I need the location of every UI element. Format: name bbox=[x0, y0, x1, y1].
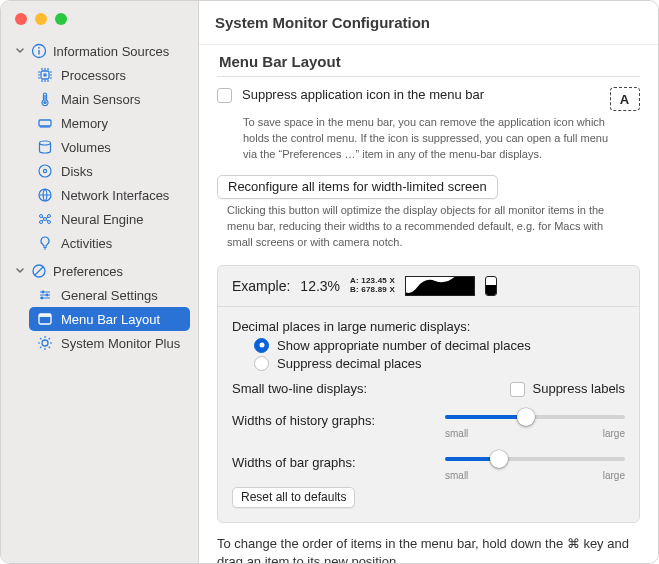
slider-min-label: small bbox=[445, 428, 468, 439]
sidebar-item[interactable]: Activities bbox=[29, 231, 190, 255]
svg-point-5 bbox=[43, 101, 46, 104]
svg-rect-4 bbox=[44, 74, 47, 77]
sidebar-item-icon bbox=[37, 187, 53, 203]
decimal-places-option-label: Show appropriate number of decimal place… bbox=[277, 338, 531, 353]
decimal-places-label: Decimal places in large numeric displays… bbox=[232, 319, 625, 334]
example-bar-graph bbox=[485, 276, 497, 296]
sidebar-item-icon bbox=[37, 139, 53, 155]
sidebar-item-icon bbox=[37, 287, 53, 303]
bar-width-label: Widths of bar graphs: bbox=[232, 455, 356, 470]
svg-rect-2 bbox=[38, 47, 39, 49]
example-percent: 12.3% bbox=[300, 278, 340, 294]
sidebar-item[interactable]: Menu Bar Layout bbox=[29, 307, 190, 331]
group-icon bbox=[31, 263, 47, 279]
sidebar-group-header[interactable]: Preferences bbox=[9, 259, 190, 283]
history-width-slider[interactable] bbox=[445, 407, 625, 427]
sidebar-item[interactable]: Processors bbox=[29, 63, 190, 87]
sidebar-item[interactable]: General Settings bbox=[29, 283, 190, 307]
sidebar: Information SourcesProcessorsMain Sensor… bbox=[1, 1, 199, 563]
reset-defaults-button[interactable]: Reset all to defaults bbox=[232, 487, 355, 508]
sidebar-group-label: Preferences bbox=[53, 264, 184, 279]
reconfigure-help: Clicking this button will optimize the d… bbox=[227, 203, 607, 251]
sidebar-item-label: Activities bbox=[61, 236, 182, 251]
sidebar-item-label: Main Sensors bbox=[61, 92, 182, 107]
reconfigure-button[interactable]: Reconfigure all items for width-limited … bbox=[217, 175, 498, 199]
sidebar-item-icon bbox=[37, 235, 53, 251]
sidebar-item-icon bbox=[37, 91, 53, 107]
sidebar-item[interactable]: Volumes bbox=[29, 135, 190, 159]
svg-rect-6 bbox=[44, 95, 45, 101]
sidebar-item-icon bbox=[37, 311, 53, 327]
sidebar-item-label: Disks bbox=[61, 164, 182, 179]
slider-max-label: large bbox=[603, 428, 625, 439]
svg-rect-1 bbox=[38, 50, 39, 55]
sidebar-item-label: Neural Engine bbox=[61, 212, 182, 227]
suppress-icon-help: To save space in the menu bar, you can r… bbox=[243, 115, 623, 163]
example-row: Example: 12.3% A: 123.45 X B: 678.89 X bbox=[232, 276, 625, 302]
example-label: Example: bbox=[232, 278, 290, 294]
slider-min-label: small bbox=[445, 470, 468, 481]
sidebar-item-label: Menu Bar Layout bbox=[61, 312, 182, 327]
content-pane: System Monitor Configuration Menu Bar La… bbox=[199, 1, 658, 563]
group-icon bbox=[31, 43, 47, 59]
sidebar-group-label: Information Sources bbox=[53, 44, 184, 59]
command-key-glyph: ⌘ bbox=[567, 536, 580, 551]
sidebar-item-label: Network Interfaces bbox=[61, 188, 182, 203]
sidebar-item-label: Volumes bbox=[61, 140, 182, 155]
bar-width-slider[interactable] bbox=[445, 449, 625, 469]
example-history-graph bbox=[405, 276, 475, 296]
sidebar-item-icon bbox=[37, 67, 53, 83]
window-title: System Monitor Configuration bbox=[199, 1, 658, 45]
svg-point-10 bbox=[43, 169, 46, 172]
twoline-label: Small two-line displays: bbox=[232, 381, 367, 396]
svg-point-19 bbox=[46, 294, 49, 297]
suppress-labels-label: Suppress labels bbox=[533, 381, 626, 396]
sidebar-item-label: Processors bbox=[61, 68, 182, 83]
minimize-window-button[interactable] bbox=[35, 13, 47, 25]
svg-point-8 bbox=[40, 141, 51, 145]
close-window-button[interactable] bbox=[15, 13, 27, 25]
zoom-window-button[interactable] bbox=[55, 13, 67, 25]
sidebar-item-icon bbox=[37, 335, 53, 351]
decimal-places-radio[interactable] bbox=[254, 356, 269, 371]
sidebar-item[interactable]: System Monitor Plus bbox=[29, 331, 190, 355]
sidebar-item-icon bbox=[37, 211, 53, 227]
section-title: Menu Bar Layout bbox=[217, 51, 640, 76]
sidebar-item-label: Memory bbox=[61, 116, 182, 131]
sidebar-item-icon bbox=[37, 163, 53, 179]
sidebar-item[interactable]: Network Interfaces bbox=[29, 183, 190, 207]
sidebar-item-label: General Settings bbox=[61, 288, 182, 303]
reorder-hint: To change the order of items in the menu… bbox=[217, 535, 640, 563]
slider-max-label: large bbox=[603, 470, 625, 481]
chevron-down-icon bbox=[15, 46, 25, 56]
sidebar-item[interactable]: Disks bbox=[29, 159, 190, 183]
example-group-box: Example: 12.3% A: 123.45 X B: 678.89 X D… bbox=[217, 265, 640, 523]
sidebar-group-header[interactable]: Information Sources bbox=[9, 39, 190, 63]
history-width-label: Widths of history graphs: bbox=[232, 413, 375, 428]
svg-point-18 bbox=[42, 291, 45, 294]
source-list: Information SourcesProcessorsMain Sensor… bbox=[1, 39, 198, 359]
suppress-icon-label: Suppress application icon in the menu ba… bbox=[242, 87, 484, 102]
font-selector-button[interactable]: A bbox=[610, 87, 640, 111]
decimal-places-radio-group: Show appropriate number of decimal place… bbox=[254, 338, 625, 371]
svg-rect-7 bbox=[39, 120, 51, 126]
sidebar-item-label: System Monitor Plus bbox=[61, 336, 182, 351]
sidebar-item[interactable]: Memory bbox=[29, 111, 190, 135]
suppress-icon-checkbox[interactable] bbox=[217, 88, 232, 103]
decimal-places-radio[interactable] bbox=[254, 338, 269, 353]
sidebar-item[interactable]: Main Sensors bbox=[29, 87, 190, 111]
svg-point-23 bbox=[42, 340, 48, 346]
svg-rect-22 bbox=[39, 314, 51, 317]
decimal-places-option-label: Suppress decimal places bbox=[277, 356, 422, 371]
chevron-down-icon bbox=[15, 266, 25, 276]
suppress-icon-row: Suppress application icon in the menu ba… bbox=[217, 87, 640, 111]
example-twoline: A: 123.45 X B: 678.89 X bbox=[350, 277, 395, 294]
sidebar-item-icon bbox=[37, 115, 53, 131]
suppress-labels-checkbox[interactable] bbox=[510, 382, 525, 397]
svg-point-9 bbox=[39, 165, 51, 177]
sidebar-item[interactable]: Neural Engine bbox=[29, 207, 190, 231]
window-controls bbox=[1, 9, 198, 39]
svg-point-20 bbox=[41, 297, 44, 300]
